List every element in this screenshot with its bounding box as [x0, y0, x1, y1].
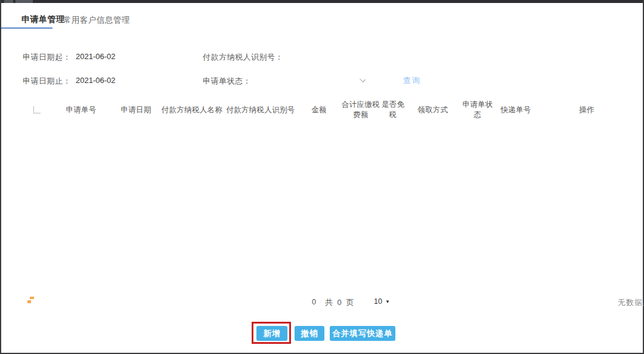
chevron-down-icon[interactable] [360, 77, 365, 82]
date-to-input[interactable]: 2021-06-02 [76, 76, 116, 85]
col-total-tax-due: 合计应缴税费额 [341, 97, 380, 122]
col-application-date: 申请日期 [112, 97, 160, 122]
col-operation: 操作 [555, 97, 619, 122]
window-top-strip [0, 0, 644, 3]
browser-tab-fragment [4, 0, 13, 3]
orange-fragment-icon [27, 297, 35, 304]
col-payer-taxpayer-id: 付款方纳税人识别号 [224, 97, 297, 122]
app-window: 申请单管理 常用客户信息管理 申请日期起： 2021-06-02 付款方纳税人识… [0, 0, 644, 354]
page-size-value: 10 [374, 297, 382, 306]
col-express-number: 快递单号 [495, 97, 537, 122]
query-button[interactable]: 查询 [403, 75, 421, 86]
date-from-label: 申请日期起： [23, 52, 71, 63]
caret-down-icon: ▼ [385, 299, 390, 304]
select-all-cell [24, 97, 50, 122]
col-pickup-method: 领取方式 [405, 97, 460, 122]
col-spacer [537, 97, 555, 122]
revoke-button[interactable]: 撤销 [295, 326, 324, 341]
page-current: 0 [312, 298, 316, 306]
active-tab-underline [1, 27, 52, 29]
col-amount: 金额 [297, 97, 341, 122]
tab-customer-info-management[interactable]: 常用客户信息管理 [63, 15, 130, 26]
select-all-checkbox[interactable] [33, 106, 41, 113]
browser-tab-fragment [16, 0, 33, 3]
col-application-number: 申请单号 [50, 97, 112, 122]
status-label: 申请单状态： [203, 76, 251, 87]
date-from-input[interactable]: 2021-06-02 [76, 52, 116, 61]
table-header-row: 申请单号 申请日期 付款方纳税人名称 付款方纳税人识别号 金额 合计应缴税费额 … [24, 97, 619, 122]
page-size-select[interactable]: 10 ▼ [374, 297, 390, 306]
merge-express-button[interactable]: 合并填写快递单 [330, 326, 395, 341]
payer-taxpayer-id-label: 付款方纳税人识别号： [203, 52, 283, 63]
col-payer-name: 付款方纳税人名称 [160, 97, 224, 122]
add-button[interactable]: 新增 [256, 326, 287, 341]
col-tax-exempt: 是否免税 [380, 97, 405, 122]
tab-application-management[interactable]: 申请单管理 [21, 14, 65, 25]
date-to-label: 申请日期止： [23, 76, 71, 87]
page-total: 共 0 页 [325, 297, 355, 308]
window-border [0, 0, 1, 354]
no-data-message: 无数据显示 [618, 297, 644, 308]
col-application-status: 申请单状态 [460, 97, 495, 122]
